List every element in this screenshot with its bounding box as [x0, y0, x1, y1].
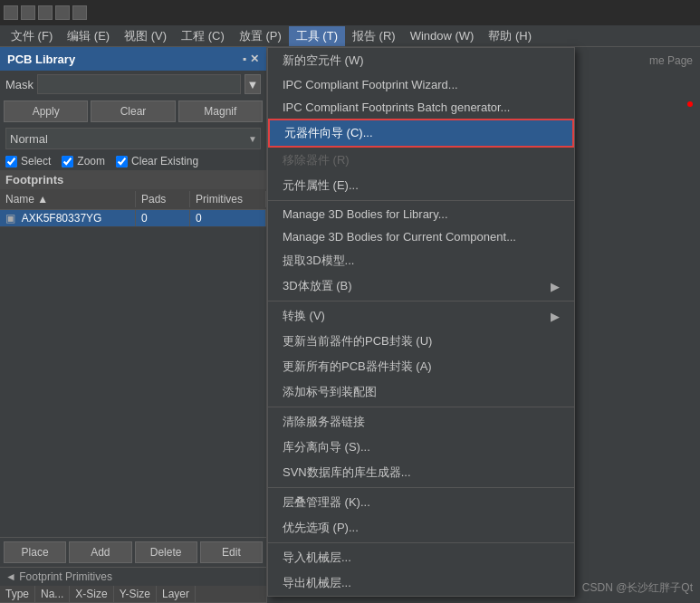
menu-ipc-batch[interactable]: IPC Compliant Footprints Batch generator… — [268, 96, 574, 119]
title-icon-2 — [21, 5, 35, 20]
table-header: Name ▲ Pads Primitives — [0, 189, 266, 210]
edit-button[interactable]: Edit — [200, 541, 263, 563]
mask-input[interactable] — [37, 74, 241, 94]
menu-project[interactable]: 工程 (C) — [174, 26, 232, 46]
menu-file[interactable]: 文件 (F) — [4, 26, 60, 46]
mask-dropdown-arrow[interactable]: ▼ — [245, 74, 261, 94]
menu-new-empty[interactable]: 新的空元件 (W) — [268, 48, 574, 73]
left-panel: PCB Library ▪ ✕ Mask ▼ Apply Clear Magni… — [0, 47, 267, 603]
separator-3 — [268, 407, 574, 407]
menu-extract-3d-label: 提取3D模型... — [283, 253, 354, 269]
footprints-header: Footprints — [0, 170, 266, 189]
menu-preferences-label: 优先选项 (P)... — [283, 520, 359, 536]
panel-header: PCB Library ▪ ✕ — [0, 47, 266, 71]
row-icon: ▣ — [5, 212, 15, 225]
prim-col-name: Na... — [35, 586, 70, 602]
red-dot — [687, 101, 693, 107]
zoom-label: Zoom — [77, 155, 105, 168]
menu-tools[interactable]: 工具 (T) — [289, 26, 345, 46]
menu-bar: 文件 (F) 编辑 (E) 视图 (V) 工程 (C) 放置 (P) 工具 (T… — [0, 25, 700, 47]
table-row[interactable]: ▣ AXK5F80337YG 0 0 — [0, 210, 266, 227]
menu-preferences[interactable]: 优先选项 (P)... — [268, 515, 574, 541]
title-bar — [0, 0, 700, 25]
prim-col-ysize: Y-Size — [114, 586, 157, 602]
menu-convert[interactable]: 转换 (V) ▶ — [268, 303, 574, 329]
menu-clear-server-link[interactable]: 清除服务器链接 — [268, 409, 574, 435]
menu-remove-component-label: 移除器件 (R) — [283, 152, 350, 168]
menu-extract-3d[interactable]: 提取3D模型... — [268, 248, 574, 273]
menu-layer-stack-label: 层叠管理器 (K)... — [283, 494, 370, 511]
menu-svn-lib-gen[interactable]: SVN数据库的库生成器... — [268, 460, 574, 485]
magnif-button[interactable]: Magnif — [178, 100, 263, 122]
separator-5 — [268, 542, 574, 543]
primitives-section-header: ◄ Footprint Primitives — [0, 567, 266, 586]
menu-report[interactable]: 报告 (R) — [345, 26, 403, 46]
menu-3d-placement[interactable]: 3D体放置 (B) ▶ — [268, 273, 574, 299]
pin-icon[interactable]: ▪ — [243, 53, 246, 65]
normal-select-wrapper: Normal ▼ — [5, 128, 261, 149]
place-button[interactable]: Place — [4, 541, 66, 563]
prim-col-layer: Layer — [157, 586, 196, 602]
row-pads: 0 — [136, 210, 190, 226]
menu-import-mechanical[interactable]: 导入机械层... — [268, 545, 574, 570]
normal-select[interactable]: Normal — [5, 128, 261, 149]
panel-title: PCB Library — [7, 53, 75, 66]
menu-layer-stack[interactable]: 层叠管理器 (K)... — [268, 490, 574, 515]
row-name: ▣ AXK5F80337YG — [0, 210, 136, 226]
normal-row: Normal ▼ — [0, 125, 266, 152]
menu-remove-component: 移除器件 (R) — [268, 148, 574, 173]
menu-edit[interactable]: 编辑 (E) — [60, 26, 117, 46]
menu-place[interactable]: 放置 (P) — [232, 26, 289, 46]
close-icon[interactable]: ✕ — [250, 53, 259, 65]
menu-help[interactable]: 帮助 (H) — [481, 26, 539, 46]
menu-manage-3d-current[interactable]: Manage 3D Bodies for Current Component..… — [268, 225, 574, 248]
menu-component-props[interactable]: 元件属性 (E)... — [268, 173, 574, 198]
menu-component-wizard[interactable]: 元器件向导 (C)... — [268, 119, 574, 148]
sort-icon: ▲ — [37, 193, 48, 206]
delete-button[interactable]: Delete — [135, 541, 197, 563]
zoom-checkbox[interactable] — [62, 156, 73, 168]
col-header-name: Name ▲ — [0, 191, 136, 207]
separator-4 — [268, 487, 574, 488]
primitives-table-header: Type Na... X-Size Y-Size Layer — [0, 586, 266, 603]
title-bar-icons — [4, 5, 87, 20]
col-primitives-label: Primitives — [196, 193, 243, 206]
prim-col-xsize: X-Size — [70, 586, 113, 602]
separator-2 — [268, 301, 574, 302]
menu-add-annotation[interactable]: 添加标号到装配图 — [268, 379, 574, 405]
select-checkbox[interactable] — [5, 156, 17, 168]
menu-window[interactable]: Window (W) — [403, 27, 482, 44]
clear-existing-checkbox-label: Clear Existing — [116, 155, 198, 168]
menu-update-all-pcb[interactable]: 更新所有的PCB器件封装 (A) — [268, 354, 574, 379]
select-checkbox-label: Select — [5, 155, 51, 168]
main-layout: PCB Library ▪ ✕ Mask ▼ Apply Clear Magni… — [0, 47, 700, 603]
add-button[interactable]: Add — [69, 541, 131, 563]
dropdown-menu: 新的空元件 (W) IPC Compliant Footprint Wizard… — [267, 47, 575, 597]
apply-button[interactable]: Apply — [4, 100, 88, 122]
menu-view[interactable]: 视图 (V) — [117, 26, 174, 46]
menu-new-empty-label: 新的空元件 (W) — [283, 53, 364, 69]
menu-manage-3d-current-label: Manage 3D Bodies for Current Component..… — [283, 230, 516, 244]
menu-update-current-pcb[interactable]: 更新当前器件的PCB封装 (U) — [268, 329, 574, 354]
select-label: Select — [21, 155, 51, 168]
menu-ipc-wizard[interactable]: IPC Compliant Footprint Wizard... — [268, 73, 574, 96]
col-pads-label: Pads — [141, 193, 166, 206]
col-name-label: Name — [5, 193, 34, 206]
watermark: CSDN @长沙红胖子Qt — [582, 580, 693, 596]
menu-manage-3d-lib[interactable]: Manage 3D Bodies for Library... — [268, 203, 574, 225]
title-icon-5 — [72, 5, 87, 20]
home-page-label: me Page — [649, 54, 693, 67]
menu-component-wizard-label: 元器件向导 (C)... — [284, 125, 373, 141]
menu-component-props-label: 元件属性 (E)... — [283, 177, 359, 194]
checkboxes-row: Select Zoom Clear Existing — [0, 152, 266, 170]
right-area: me Page 新的空元件 (W) IPC Compliant Footprin… — [267, 47, 700, 603]
title-icon-1 — [4, 5, 18, 20]
menu-lib-split-wizard[interactable]: 库分离向导 (S)... — [268, 435, 574, 460]
menu-export-mechanical[interactable]: 导出机械层... — [268, 570, 574, 596]
clear-existing-checkbox[interactable] — [116, 156, 128, 168]
convert-arrow: ▶ — [551, 310, 560, 323]
menu-add-annotation-label: 添加标号到装配图 — [283, 384, 377, 400]
clear-button[interactable]: Clear — [91, 100, 175, 122]
title-icon-3 — [38, 5, 53, 20]
button-row: Apply Clear Magnif — [0, 98, 266, 125]
